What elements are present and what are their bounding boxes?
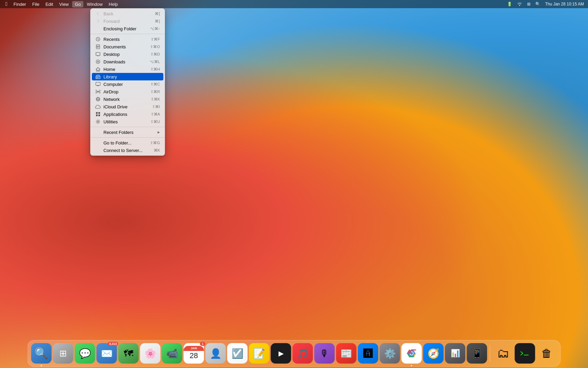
enclosing-folder-label: Enclosing Folder <box>103 26 150 31</box>
network-icon <box>95 96 101 102</box>
news-dock-icon: 📰 <box>340 348 352 359</box>
dock-calendar[interactable]: JAN 28 1 <box>184 343 204 364</box>
go-menu-dropdown: Back ⌘[ Forward ⌘] Enclosing Folder ⌥⌘↑ <box>90 8 165 156</box>
menubar-go[interactable]: Go <box>72 1 83 7</box>
menu-item-recent-folders[interactable]: Recent Folders <box>91 128 165 136</box>
dock-podcasts[interactable]: 🎙 <box>314 343 335 364</box>
contacts-dock-icon: 👤 <box>210 348 222 359</box>
dock-photos[interactable]: 🌸 <box>140 343 161 364</box>
spotlight-icon[interactable]: 🔍 <box>534 2 542 6</box>
dock-contacts[interactable]: 👤 <box>206 343 226 364</box>
menubar:  Finder File Edit View Go Window Help 🔋… <box>0 0 588 8</box>
dock-safari[interactable]: 🧭 <box>423 343 444 364</box>
home-label: Home <box>103 67 150 72</box>
downloads-shortcut: ⌥⌘L <box>150 60 160 64</box>
connect-server-shortcut: ⌘K <box>154 148 160 153</box>
menu-item-home[interactable]: Home ⇧⌘H <box>91 65 165 73</box>
dock-terminal[interactable] <box>515 343 535 364</box>
dock-notes[interactable]: 📝 <box>249 343 270 364</box>
menu-item-icloud[interactable]: iCloud Drive ⇧⌘I <box>91 103 165 110</box>
menu-item-computer[interactable]: Computer ⇧⌘C <box>91 80 165 88</box>
airdrop-shortcut: ⇧⌘R <box>150 90 160 94</box>
dock-chrome[interactable] <box>402 343 422 364</box>
dock-sysprefs[interactable]: ⚙️ <box>380 343 400 364</box>
menu-item-desktop[interactable]: Desktop ⇧⌘D <box>91 50 165 58</box>
menubar-file[interactable]: File <box>30 1 42 7</box>
dock: 🔍 ⊞ 💬 ✉️ 8,313 🗺 🌸 📹 JAN 28 1 👤 ☑️ 📝 ▶ 🎵 <box>28 340 561 367</box>
menu-item-network[interactable]: Network ⇧⌘K <box>91 95 165 103</box>
podcasts-dock-icon: 🎙 <box>320 348 329 359</box>
menu-item-connect-server[interactable]: Connect to Server... ⌘K <box>91 147 165 154</box>
go-to-folder-label: Go to Folder... <box>103 140 150 145</box>
svg-rect-2 <box>96 52 100 56</box>
menubar-finder[interactable]: Finder <box>11 1 29 7</box>
control-center-icon[interactable]: ⊞ <box>526 2 532 6</box>
dock-appstore[interactable]: 🅰 <box>358 343 378 364</box>
go-to-folder-shortcut: ⇧⌘G <box>150 141 160 145</box>
computer-label: Computer <box>103 82 150 87</box>
notes-dock-icon: 📝 <box>253 348 265 359</box>
home-icon <box>95 66 101 72</box>
dock-separator <box>490 345 490 362</box>
wifi-icon[interactable] <box>516 2 524 7</box>
menu-item-applications[interactable]: Applications ⇧⌘A <box>91 110 165 118</box>
desktop-shortcut: ⇧⌘D <box>150 52 160 57</box>
recent-folders-label: Recent Folders <box>103 130 156 135</box>
mail-badge: 8,313 <box>108 342 118 346</box>
menubar-help[interactable]: Help <box>106 1 121 7</box>
dock-mail[interactable]: ✉️ 8,313 <box>97 343 117 364</box>
launchpad-dock-icon: ⊞ <box>60 348 67 359</box>
mail-dock-icon: ✉️ <box>101 348 113 359</box>
separator-2 <box>91 127 165 127</box>
icloud-icon <box>95 104 101 109</box>
home-shortcut: ⇧⌘H <box>150 67 160 72</box>
menu-item-utilities[interactable]: Utilities ⇧⌘U <box>91 118 165 125</box>
dock-trash[interactable]: 🗑 <box>537 343 557 364</box>
menu-item-library[interactable]: Library <box>92 73 163 80</box>
dock-finder2[interactable]: 🗂 <box>493 343 513 364</box>
dock-actmon[interactable]: 📊 <box>445 343 466 364</box>
dock-appletv[interactable]: ▶ <box>271 343 291 364</box>
dock-facetime[interactable]: 📹 <box>162 343 182 364</box>
forward-icon <box>95 18 101 24</box>
datetime-display: Thu Jan 28 10:15 AM <box>544 2 585 6</box>
apple-menu[interactable]:  <box>3 1 10 7</box>
svg-rect-10 <box>98 112 100 114</box>
messages-dock-icon: 💬 <box>79 348 91 359</box>
menu-item-recents[interactable]: Recents ⇧⌘F <box>91 35 165 43</box>
separator-3 <box>91 137 165 138</box>
menu-item-enclosing-folder[interactable]: Enclosing Folder ⌥⌘↑ <box>91 25 165 32</box>
menu-item-documents[interactable]: Documents ⇧⌘O <box>91 43 165 50</box>
applications-label: Applications <box>103 112 151 117</box>
dock-music[interactable]: 🎵 <box>293 343 313 364</box>
dock-iphone-mirroring[interactable]: 📱 <box>467 343 487 364</box>
dock-launchpad[interactable]: ⊞ <box>53 343 74 364</box>
menu-item-airdrop[interactable]: AirDrop ⇧⌘R <box>91 88 165 95</box>
dock-finder[interactable]: 🔍 <box>31 343 52 364</box>
menu-item-forward[interactable]: Forward ⌘] <box>91 17 165 25</box>
dock-maps[interactable]: 🗺 <box>118 343 139 364</box>
battery-icon[interactable]: 🔋 <box>506 2 513 6</box>
finder-dot <box>41 365 42 366</box>
dock-reminders[interactable]: ☑️ <box>227 343 248 364</box>
svg-rect-5 <box>96 82 100 86</box>
menu-item-go-to-folder[interactable]: Go to Folder... ⇧⌘G <box>91 139 165 147</box>
svg-point-6 <box>97 91 99 92</box>
icloud-label: iCloud Drive <box>103 104 152 109</box>
terminal-dock-icon <box>519 349 531 358</box>
downloads-icon <box>95 59 101 64</box>
recent-folders-icon <box>95 129 101 135</box>
chrome-dock-icon <box>406 348 418 359</box>
back-icon <box>95 11 101 16</box>
calendar-badge: 1 <box>200 342 206 346</box>
utilities-label: Utilities <box>103 119 150 124</box>
dock-messages[interactable]: 💬 <box>75 343 95 364</box>
menubar-window[interactable]: Window <box>84 1 105 7</box>
menu-item-back[interactable]: Back ⌘[ <box>91 10 165 17</box>
menubar-edit[interactable]: Edit <box>43 1 56 7</box>
dock-news[interactable]: 📰 <box>336 343 357 364</box>
menu-item-downloads[interactable]: Downloads ⌥⌘L <box>91 58 165 65</box>
menubar-view[interactable]: View <box>56 1 71 7</box>
finder-dock-icon: 🔍 <box>35 347 48 360</box>
separator-1 <box>91 34 165 34</box>
